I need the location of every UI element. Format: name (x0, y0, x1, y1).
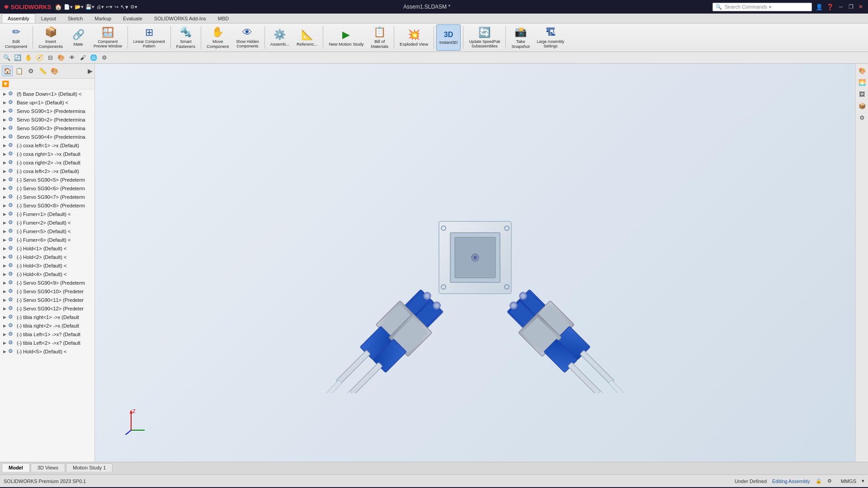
new-btn[interactable]: 📄▾ (64, 4, 73, 10)
tree-item[interactable]: ▶ ⚙ (f) Base Down<1> (Default) < (0, 89, 94, 98)
tree-item[interactable]: ▶ ⚙ (-) Fumer<5> (Default) < (0, 227, 94, 235)
filter-icon[interactable]: 🔽 (2, 80, 9, 87)
tab-evaluate[interactable]: Evaluate (117, 14, 148, 23)
tree-item[interactable]: ▶ ⚙ (-) coxa right<2> ->x (Default (0, 158, 94, 167)
3d-content-panel-btn[interactable]: 📦 (857, 101, 867, 111)
tree-item[interactable]: ▶ ⚙ (-) Servo SG90<9> (Predeterm (0, 278, 94, 287)
tree-item[interactable]: ▶ ⚙ (-) tibia right<1> ->x (Default (0, 313, 94, 321)
tree-item[interactable]: ▶ ⚙ Servo SG90<3> (Predetermina (0, 124, 94, 132)
instant3d-btn[interactable]: 3D Instant3D (436, 24, 461, 51)
hide-show-items-btn[interactable]: 👁 (67, 53, 77, 63)
search-commands-bar[interactable]: 🔍 Search Commands ▾ (712, 3, 812, 11)
take-snapshot-btn[interactable]: 📸 TakeSnapshot (508, 24, 533, 51)
tree-item[interactable]: ▶ ⚙ (-) tibia Left<1> ->x? (Default (0, 330, 94, 338)
model-tab[interactable]: Model (2, 463, 30, 472)
tree-item[interactable]: ▶ ⚙ (-) coxa left<1> ->x (Default) (0, 141, 94, 150)
tab-sketch[interactable]: Sketch (62, 14, 89, 23)
open-btn[interactable]: 📂▾ (75, 4, 84, 10)
tree-item[interactable]: ▶ ⚙ (-) coxa right<1> ->x (Default (0, 150, 94, 158)
tree-item[interactable]: ▶ ⚙ (-) Hold<1> (Default) < (0, 244, 94, 253)
reference-geometry-btn[interactable]: 📐 Referenc... (293, 24, 321, 51)
appearances-panel-btn[interactable]: 🎨 (857, 66, 867, 75)
tree-item[interactable]: ▶ ⚙ (-) Servo SG90<7> (Predeterm (0, 192, 94, 201)
move-component-btn[interactable]: ✋ MoveComponent (203, 24, 232, 51)
tab-markup[interactable]: Markup (89, 14, 117, 23)
tree-item[interactable]: ▶ ⚙ (-) Servo SG90<12> (Predeter (0, 304, 94, 313)
new-motion-study-btn[interactable]: ▶ New Motion Study (326, 24, 367, 51)
tree-item[interactable]: ▶ ⚙ (-) Hold<2> (Default) < (0, 253, 94, 261)
help-icon[interactable]: ❓ (826, 4, 834, 10)
config-manager-tab[interactable]: ⚙ (25, 66, 36, 76)
save-btn[interactable]: 💾▾ (85, 4, 94, 10)
tab-layout[interactable]: Layout (35, 14, 62, 23)
tree-component-icon: ⚙ (8, 150, 15, 158)
tree-item[interactable]: ▶ ⚙ (-) Servo SG90<8> (Predeterm (0, 201, 94, 210)
tree-item[interactable]: ▶ ⚙ (-) Servo SG90<5> (Predeterm (0, 175, 94, 184)
custom-panel-btn[interactable]: ⚙ (857, 113, 867, 122)
tree-item[interactable]: ▶ ⚙ (-) Fumer<1> (Default) < (0, 210, 94, 218)
display-style-btn[interactable]: 🎨 (56, 53, 66, 63)
undo-btn[interactable]: ↩▾ (106, 4, 113, 10)
feature-tree[interactable]: ▶ ⚙ (f) Base Down<1> (Default) < ▶ ⚙ Bas… (0, 89, 94, 462)
scene-btn[interactable]: 🌐 (89, 53, 99, 63)
user-icon[interactable]: 👤 (816, 4, 823, 10)
tree-item[interactable]: ▶ ⚙ Servo SG90<2> (Predetermina (0, 115, 94, 124)
property-manager-tab[interactable]: 📋 (14, 66, 24, 76)
tab-assembly[interactable]: Assembly (2, 14, 35, 23)
3d-views-tab[interactable]: 3D Views (31, 463, 65, 472)
tree-item[interactable]: ▶ ⚙ (-) Servo SG90<6> (Predeterm (0, 184, 94, 192)
view-zoom-btn[interactable]: 🔍 (2, 53, 12, 63)
view-rotate-btn[interactable]: 🔄 (13, 53, 23, 63)
tree-item[interactable]: ▶ ⚙ Servo SG90<4> (Predetermina (0, 132, 94, 141)
tree-item[interactable]: ▶ ⚙ (-) Hold<4> (Default) < (0, 270, 94, 278)
tab-solidworks-addins[interactable]: SOLIDWORKS Add-Ins (148, 14, 212, 23)
edit-component-btn[interactable]: ✏ EditComponent (2, 24, 30, 51)
tree-item[interactable]: ▶ ⚙ (-) Servo SG90<10> (Predeter (0, 287, 94, 296)
units-dropdown-icon[interactable]: ▾ (862, 478, 864, 484)
dim-expert-tab[interactable]: 📏 (37, 66, 48, 76)
panel-expand-btn[interactable]: ▶ (88, 67, 93, 75)
tab-mbd[interactable]: MBD (212, 14, 235, 23)
tree-item[interactable]: ▶ ⚙ (-) tibia right<2> ->x (Default (0, 321, 94, 330)
tree-item[interactable]: ▶ ⚙ Base up<1> (Default) < (0, 98, 94, 107)
display-manager-tab[interactable]: 🎨 (49, 66, 60, 76)
home-btn[interactable]: 🏠 (55, 4, 62, 10)
update-speedpak-btn[interactable]: 🔄 Update SpeedPakSubassemblies (466, 24, 503, 51)
tree-item[interactable]: ▶ ⚙ (-) tibia Left<2> ->x? (Default (0, 338, 94, 347)
bill-of-materials-btn[interactable]: 📋 Bill ofMaterials (368, 24, 392, 51)
show-hidden-btn[interactable]: 👁 Show HiddenComponents (233, 24, 262, 51)
mate-btn[interactable]: 🔗 Mate (67, 24, 90, 51)
cursor-btn[interactable]: ↖▾ (120, 4, 128, 10)
tree-item[interactable]: ▶ ⚙ (-) Fumer<6> (Default) < (0, 235, 94, 244)
view-pan-btn[interactable]: ✋ (24, 53, 33, 63)
tree-item[interactable]: ▶ ⚙ (-) coxa left<2> ->x (Default) (0, 167, 94, 175)
linear-pattern-btn[interactable]: ⊞ Linear ComponentPattern (130, 24, 168, 51)
tree-item[interactable]: ▶ ⚙ (-) Hold<3> (Default) < (0, 261, 94, 270)
viewport[interactable]: Z X Y (95, 64, 855, 462)
minimize-btn[interactable]: ─ (837, 3, 844, 10)
view-settings-btn[interactable]: ⚙ (99, 53, 109, 63)
motion-study-1-tab[interactable]: Motion Study 1 (66, 463, 113, 472)
redo-btn[interactable]: ↪ (114, 4, 118, 10)
large-assembly-settings-btn[interactable]: 🏗 Large AssemblySettings (534, 24, 567, 51)
component-preview-btn[interactable]: 🪟 ComponentPreview Window (90, 24, 125, 51)
tree-item[interactable]: ▶ ⚙ (-) Fumer<2> (Default) < (0, 218, 94, 227)
appearance-btn[interactable]: 🖌 (78, 53, 88, 63)
tree-item[interactable]: ▶ ⚙ (-) Servo SG90<11> (Predeter (0, 296, 94, 304)
section-view-btn[interactable]: ⊟ (45, 53, 55, 63)
insert-components-btn[interactable]: 📦 InsertComponents (35, 24, 66, 51)
exploded-view-btn[interactable]: 💥 Exploded View (396, 24, 431, 51)
assembly-features-btn[interactable]: ⚙️ Assemb... (267, 24, 292, 51)
tree-item[interactable]: ▶ ⚙ Servo SG90<1> (Predetermina (0, 107, 94, 115)
view-orient-btn[interactable]: 🧭 (34, 53, 44, 63)
feature-manager-tab[interactable]: 🏠 (2, 66, 13, 76)
smart-fasteners-btn[interactable]: 🔩 SmartFasteners (173, 24, 198, 51)
restore-btn[interactable]: ❐ (847, 3, 854, 10)
close-btn[interactable]: ✕ (857, 3, 864, 10)
search-dropdown-icon[interactable]: ▾ (769, 5, 771, 9)
tree-item[interactable]: ▶ ⚙ (-) Hold<5> (Default) < (0, 347, 94, 356)
print-btn[interactable]: 🖨▾ (96, 4, 104, 10)
scenes-panel-btn[interactable]: 🌅 (857, 77, 867, 87)
options-btn[interactable]: ⚙▾ (130, 4, 137, 10)
decals-panel-btn[interactable]: 🖼 (857, 89, 867, 99)
